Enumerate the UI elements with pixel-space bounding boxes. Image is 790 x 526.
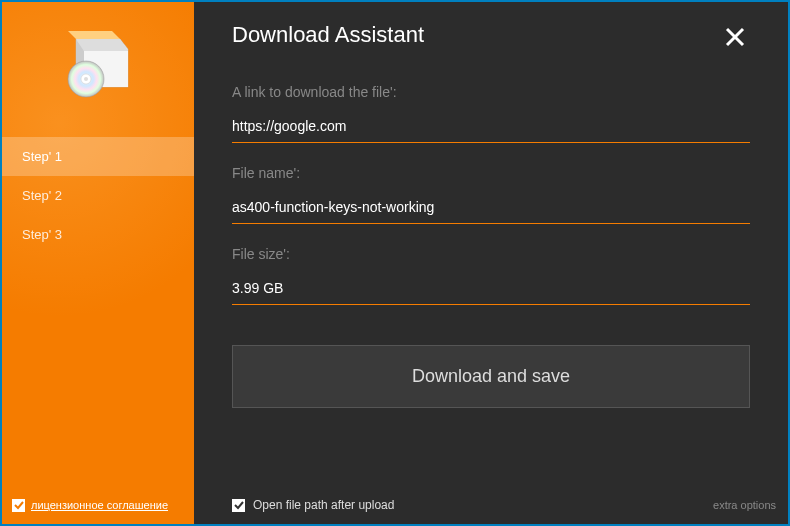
content-panel: Download Assistant A link to download th…: [194, 2, 788, 486]
checkmark-icon: [234, 500, 244, 510]
step-1[interactable]: Step' 1: [2, 137, 194, 176]
step-2[interactable]: Step' 2: [2, 176, 194, 215]
filename-input[interactable]: [232, 193, 750, 224]
url-label: A link to download the file':: [232, 84, 750, 100]
open-path-label: Open file path after upload: [253, 498, 394, 512]
license-link[interactable]: лицензионное соглашение: [31, 499, 168, 511]
step-3[interactable]: Step' 3: [2, 215, 194, 254]
filesize-input[interactable]: [232, 274, 750, 305]
page-title: Download Assistant: [232, 22, 424, 48]
header-row: Download Assistant: [232, 22, 750, 56]
extra-options-link[interactable]: extra options: [713, 499, 776, 511]
sidebar: Step' 1 Step' 2 Step' 3: [2, 2, 194, 486]
download-button[interactable]: Download and save: [232, 345, 750, 408]
footer-mid: Open file path after upload: [194, 498, 713, 512]
footer: лицензионное соглашение Open file path a…: [2, 486, 788, 524]
installer-icon-wrap: [2, 2, 194, 137]
license-checkbox[interactable]: [12, 499, 25, 512]
step-label: Step' 1: [22, 149, 62, 164]
step-label: Step' 3: [22, 227, 62, 242]
filesize-label: File size':: [232, 246, 750, 262]
svg-point-2: [84, 77, 88, 81]
close-button[interactable]: [720, 22, 750, 56]
download-button-label: Download and save: [412, 366, 570, 386]
app-window: Step' 1 Step' 2 Step' 3 Download Assista…: [0, 0, 790, 526]
checkmark-icon: [14, 500, 24, 510]
installer-icon: [58, 27, 138, 107]
filesize-field-group: File size':: [232, 246, 750, 305]
url-field-group: A link to download the file':: [232, 84, 750, 143]
main-content: Step' 1 Step' 2 Step' 3 Download Assista…: [2, 2, 788, 486]
filename-label: File name':: [232, 165, 750, 181]
footer-left: лицензионное соглашение: [2, 486, 194, 524]
filename-field-group: File name':: [232, 165, 750, 224]
step-label: Step' 2: [22, 188, 62, 203]
url-input[interactable]: [232, 112, 750, 143]
close-icon: [724, 26, 746, 48]
steps-list: Step' 1 Step' 2 Step' 3: [2, 137, 194, 254]
open-path-checkbox[interactable]: [232, 499, 245, 512]
